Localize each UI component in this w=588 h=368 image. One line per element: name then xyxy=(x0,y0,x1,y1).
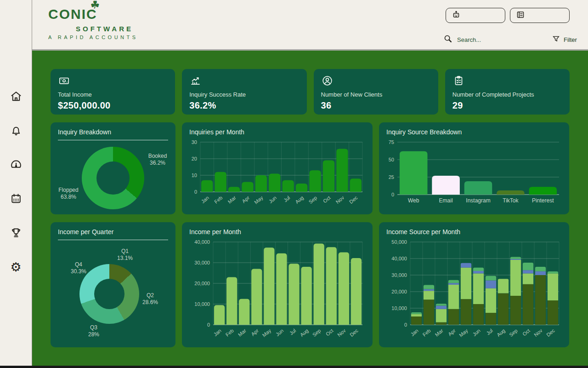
inquiries-per-month-card: Inquiries per Month 0102030JanFebMarAprM… xyxy=(182,122,373,214)
svg-text:Feb: Feb xyxy=(422,328,432,337)
logo-text-software: SOFTWARE xyxy=(76,25,138,33)
svg-text:Jul: Jul xyxy=(283,195,291,203)
sidebar-item-notifications[interactable] xyxy=(9,124,23,138)
kpi-value: $250,000.00 xyxy=(58,100,168,111)
svg-text:25: 25 xyxy=(389,174,394,180)
inquiry-breakdown-card: Inquiry Breakdown Booked 36.2% Flopped 6… xyxy=(51,122,175,214)
svg-text:Nov: Nov xyxy=(533,328,543,338)
income-per-quarter-card: Income per Quarter Q1 13.1% Q2 28.6% Q3 … xyxy=(51,222,175,347)
svg-text:20,000: 20,000 xyxy=(391,289,407,294)
kpi-value: 36.2% xyxy=(189,100,299,111)
header: CONIC ☘ SOFTWARE A RAPID ACCOUNTS xyxy=(32,0,588,49)
sidebar-item-achievements[interactable] xyxy=(9,226,23,240)
gauge-icon xyxy=(10,158,23,172)
svg-text:Jul: Jul xyxy=(288,328,297,336)
svg-text:Email: Email xyxy=(439,197,453,204)
svg-text:May: May xyxy=(458,328,469,338)
kpi-inquiry-success-rate: Inquiry Success Rate 36.2% xyxy=(182,69,306,115)
form-icon xyxy=(515,9,526,22)
svg-text:Apr: Apr xyxy=(250,328,260,337)
svg-text:Oct: Oct xyxy=(325,328,334,337)
gear-icon: ⚙ xyxy=(10,261,21,274)
kpi-value: 36 xyxy=(321,100,431,111)
filter-button[interactable]: Filter xyxy=(549,34,580,45)
svg-text:20,000: 20,000 xyxy=(194,281,210,286)
chart-title: Inquiry Breakdown xyxy=(58,128,168,136)
chart-title: Inquiries per Month xyxy=(189,128,365,136)
svg-text:Sep: Sep xyxy=(308,195,318,205)
donut-label-flopped: Flopped 63.8% xyxy=(52,187,85,201)
title-underline xyxy=(58,240,168,240)
inquiry-breakdown-donut xyxy=(82,147,144,209)
svg-text:Sep: Sep xyxy=(311,328,322,338)
svg-text:Oct: Oct xyxy=(521,328,531,337)
svg-text:Nov: Nov xyxy=(336,328,347,338)
svg-text:10: 10 xyxy=(192,172,197,178)
svg-text:40,000: 40,000 xyxy=(391,256,407,261)
trophy-icon xyxy=(10,226,23,241)
sidebar-item-calendar[interactable] xyxy=(9,192,23,206)
logo-mark: CONIC ☘ xyxy=(48,4,138,25)
title-underline xyxy=(58,140,168,140)
svg-text:30,000: 30,000 xyxy=(194,260,210,265)
charts-row-1: Inquiry Breakdown Booked 36.2% Flopped 6… xyxy=(51,122,570,214)
kpi-label: Number of New Clients xyxy=(321,91,431,98)
donut-label-q1: Q1 13.1% xyxy=(111,248,139,262)
svg-text:30,000: 30,000 xyxy=(391,272,407,278)
svg-text:50,000: 50,000 xyxy=(391,239,407,245)
svg-text:Apr: Apr xyxy=(447,328,457,337)
svg-text:Dec: Dec xyxy=(348,195,359,205)
kpi-row: Total Income $250,000.00 Inquiry Success… xyxy=(51,69,570,115)
svg-text:Mar: Mar xyxy=(237,328,247,338)
logo: CONIC ☘ SOFTWARE A RAPID ACCOUNTS xyxy=(48,0,138,49)
filter-label: Filter xyxy=(564,36,577,43)
chart-title: Income Source per Month xyxy=(386,228,562,236)
sidebar-item-dashboard[interactable] xyxy=(9,158,23,172)
svg-text:Aug: Aug xyxy=(299,328,310,338)
search-row: Filter xyxy=(443,34,570,46)
sidebar: ⚙ xyxy=(0,0,32,368)
bell-icon xyxy=(10,124,23,138)
svg-text:50: 50 xyxy=(389,157,394,162)
svg-text:Instagram: Instagram xyxy=(466,197,490,204)
svg-text:30: 30 xyxy=(192,139,197,145)
svg-text:Pinterest: Pinterest xyxy=(532,197,554,204)
robot-icon xyxy=(451,9,462,22)
inquiries-per-month-chart: 0102030JanFebMarAprMayJunJulAugSepOctNov… xyxy=(189,137,365,207)
income-source-per-month-card: Income Source per Month 010,00020,00030,… xyxy=(379,222,569,347)
donut-label-q3: Q3 28% xyxy=(80,324,107,338)
svg-text:Web: Web xyxy=(408,197,419,204)
svg-text:Nov: Nov xyxy=(334,195,345,205)
inquiry-source-breakdown-chart: 0255075WebEmailInstagramTikTokPinterest xyxy=(386,137,562,207)
svg-text:Dec: Dec xyxy=(545,328,556,338)
sidebar-item-settings[interactable]: ⚙ xyxy=(9,260,23,274)
calendar-icon xyxy=(10,192,23,207)
chart-increase-icon xyxy=(189,80,202,88)
svg-text:Aug: Aug xyxy=(294,195,305,205)
svg-text:Feb: Feb xyxy=(213,195,223,204)
income-per-month-card: Income per Month 010,00020,00030,00040,0… xyxy=(182,222,373,347)
charts-row-2: Income per Quarter Q1 13.1% Q2 28.6% Q3 … xyxy=(51,222,570,347)
kpi-label: Inquiry Success Rate xyxy=(189,91,299,98)
donut-label-booked: Booked 36.2% xyxy=(141,153,174,167)
logo-tagline: A RAPID ACCOUNTS xyxy=(48,34,138,40)
filter-icon xyxy=(552,34,560,45)
ai-assistant-button[interactable] xyxy=(446,8,505,23)
svg-text:0: 0 xyxy=(404,322,407,328)
svg-text:Jul: Jul xyxy=(485,328,493,336)
user-circle-icon xyxy=(321,80,334,88)
form-builder-button[interactable] xyxy=(510,8,570,23)
svg-text:0: 0 xyxy=(391,192,394,197)
sidebar-item-home[interactable] xyxy=(9,90,23,104)
svg-text:0: 0 xyxy=(194,189,197,195)
content-column: CONIC ☘ SOFTWARE A RAPID ACCOUNTS xyxy=(32,0,588,368)
shamrock-icon: ☘ xyxy=(90,0,101,10)
kpi-label: Number of Completed Projects xyxy=(452,91,562,98)
search-input[interactable] xyxy=(456,36,539,44)
svg-text:Aug: Aug xyxy=(496,328,506,338)
header-actions xyxy=(446,8,570,23)
kpi-total-income: Total Income $250,000.00 xyxy=(51,69,175,115)
banknote-icon xyxy=(58,80,70,88)
svg-text:0: 0 xyxy=(207,322,210,328)
svg-text:Jun: Jun xyxy=(471,328,481,337)
